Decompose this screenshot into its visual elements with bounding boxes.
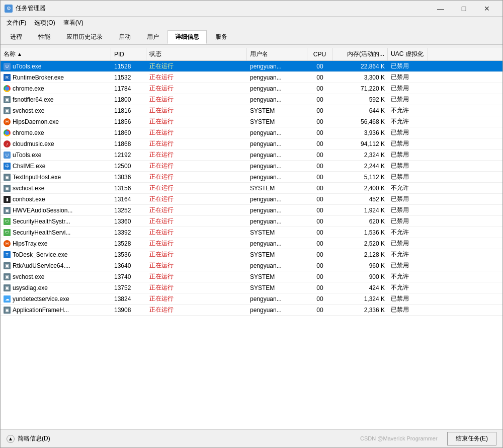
cell-pid-4: 11816: [111, 106, 146, 115]
end-task-button[interactable]: 结束任务(E): [447, 432, 496, 445]
tab-app-history[interactable]: 应用历史记录: [59, 30, 110, 44]
header-name[interactable]: 名称 ▲: [1, 48, 111, 60]
cell-status-14: 正在运行: [146, 216, 247, 227]
tabs-bar: 进程 性能 应用历史记录 启动 用户 详细信息 服务: [1, 29, 502, 45]
menu-options[interactable]: 选项(O): [30, 18, 59, 28]
table-row[interactable]: ▣ ApplicationFrameH... 13908 正在运行 pengyu…: [1, 305, 502, 316]
cell-mem-6: 3,936 K: [332, 128, 388, 137]
header-status[interactable]: 状态: [146, 48, 247, 60]
header-pid[interactable]: PID: [111, 48, 146, 60]
tab-startup[interactable]: 启动: [111, 30, 138, 44]
cell-pid-12: 13164: [111, 195, 146, 204]
table-row[interactable]: T ToDesk_Service.exe 13536 正在运行 SYSTEM 0…: [1, 249, 502, 260]
cell-mem-10: 5,112 K: [332, 173, 388, 182]
cell-user-3: pengyuan...: [247, 95, 307, 104]
cell-uac-21: 已禁用: [388, 293, 428, 304]
cell-pid-21: 13824: [111, 294, 146, 304]
summary-toggle[interactable]: ▲ 简略信息(D): [7, 434, 50, 443]
header-cpu[interactable]: CPU: [307, 48, 332, 60]
table-row[interactable]: H HipsTray.exe 13528 正在运行 pengyuan... 00…: [1, 238, 502, 249]
table-row[interactable]: ▣ usysdiag.exe 13752 正在运行 SYSTEM 00 424 …: [1, 282, 502, 293]
cell-uac-12: 已禁用: [388, 194, 428, 204]
table-row[interactable]: R RuntimeBroker.exe 11532 正在运行 pengyuan.…: [1, 72, 502, 83]
table-row[interactable]: ▣ svchost.exe 13740 正在运行 SYSTEM 00 900 K…: [1, 271, 502, 282]
cell-uac-10: 已禁用: [388, 172, 428, 182]
cell-user-4: SYSTEM: [247, 106, 307, 115]
menu-file[interactable]: 文件(F): [3, 18, 30, 28]
cell-mem-14: 620 K: [332, 217, 388, 226]
table-row[interactable]: ▮ conhost.exe 13164 正在运行 pengyuan... 00 …: [1, 194, 502, 205]
cell-pid-15: 13392: [111, 228, 146, 237]
table-row[interactable]: U uTools.exe 12192 正在运行 pengyuan... 00 2…: [1, 150, 502, 161]
table-row[interactable]: 🛡 SecurityHealthSystr... 13360 正在运行 peng…: [1, 216, 502, 227]
cell-name-13: ▣ HWVEAudioSession...: [1, 206, 111, 215]
cell-pid-0: 11528: [111, 62, 146, 71]
cell-status-10: 正在运行: [146, 172, 247, 182]
process-table: 名称 ▲ PID 状态 用户名 CPU 内存(活动的... UAC 虚拟化: [1, 48, 502, 429]
cell-status-1: 正在运行: [146, 72, 247, 83]
cell-pid-8: 12192: [111, 151, 146, 160]
header-user[interactable]: 用户名: [247, 48, 307, 60]
cell-status-0: 正在运行: [146, 61, 247, 71]
sort-arrow-name: ▲: [17, 51, 22, 57]
tab-performance[interactable]: 性能: [31, 30, 58, 44]
cell-name-0: U uTools.exe: [1, 62, 111, 71]
cell-name-16: H HipsTray.exe: [1, 239, 111, 248]
cell-status-8: 正在运行: [146, 150, 247, 160]
header-memory[interactable]: 内存(活动的...: [332, 48, 388, 60]
tab-users[interactable]: 用户: [139, 30, 166, 44]
tab-details[interactable]: 详细信息: [167, 30, 207, 44]
cell-name-3: ▣ fsnotifier64.exe: [1, 95, 111, 104]
cell-pid-6: 11860: [111, 128, 146, 137]
cell-user-5: SYSTEM: [247, 117, 307, 126]
summary-label[interactable]: 简略信息(D): [18, 434, 50, 443]
cell-name-15: 🛡 SecurityHealthServi...: [1, 228, 111, 237]
table-row[interactable]: ☁ yundetectservice.exe 13824 正在运行 pengyu…: [1, 293, 502, 305]
menu-view[interactable]: 查看(V): [59, 18, 88, 28]
cell-status-6: 正在运行: [146, 127, 247, 138]
cell-uac-14: 已禁用: [388, 216, 428, 227]
tab-services[interactable]: 服务: [208, 30, 235, 44]
cell-user-7: pengyuan...: [247, 139, 307, 148]
maximize-button[interactable]: □: [452, 1, 475, 17]
cell-cpu-21: 00: [307, 294, 332, 304]
table-row[interactable]: ▣ svchost.exe 13156 正在运行 SYSTEM 00 2,400…: [1, 183, 502, 194]
minimize-button[interactable]: —: [429, 1, 452, 17]
table-row[interactable]: 中 ChsIME.exe 12500 正在运行 pengyuan... 00 2…: [1, 161, 502, 172]
cell-status-19: 正在运行: [146, 271, 247, 282]
table-body[interactable]: U uTools.exe 11528 正在运行 pengyuan... 00 2…: [1, 61, 502, 429]
cell-user-16: pengyuan...: [247, 239, 307, 248]
cell-uac-11: 不允许: [388, 183, 428, 193]
status-bar: ▲ 简略信息(D) CSDN @Maverick Programmer 结束任务…: [1, 429, 502, 447]
table-row[interactable]: ▣ fsnotifier64.exe 11800 正在运行 pengyuan..…: [1, 94, 502, 105]
cell-uac-8: 已禁用: [388, 150, 428, 160]
cell-uac-4: 不允许: [388, 105, 428, 116]
table-row[interactable]: ▣ HWVEAudioSession... 13252 正在运行 pengyua…: [1, 205, 502, 216]
table-row[interactable]: U uTools.exe 11528 正在运行 pengyuan... 00 2…: [1, 61, 502, 72]
cell-mem-5: 56,468 K: [332, 117, 388, 126]
cell-mem-0: 22,864 K: [332, 62, 388, 71]
cell-cpu-11: 00: [307, 184, 332, 193]
task-manager-window: ⚙ 任务管理器 — □ ✕ 文件(F) 选项(O) 查看(V) 进程 性能 应用…: [0, 0, 503, 448]
table-row[interactable]: ♪ cloudmusic.exe 11868 正在运行 pengyuan... …: [1, 138, 502, 150]
close-button[interactable]: ✕: [475, 1, 498, 17]
table-row[interactable]: H HipsDaemon.exe 11856 正在运行 SYSTEM 00 56…: [1, 116, 502, 127]
cell-cpu-7: 00: [307, 139, 332, 148]
title-left: ⚙ 任务管理器: [5, 4, 46, 13]
table-header: 名称 ▲ PID 状态 用户名 CPU 内存(活动的... UAC 虚拟化: [1, 48, 502, 61]
cell-status-5: 正在运行: [146, 116, 247, 127]
table-row[interactable]: ▣ TextInputHost.exe 13036 正在运行 pengyuan.…: [1, 172, 502, 183]
table-row[interactable]: chrome.exe 11860 正在运行 pengyuan... 00 3,9…: [1, 127, 502, 138]
cell-uac-18: 已禁用: [388, 260, 428, 271]
cell-user-14: pengyuan...: [247, 217, 307, 226]
cell-name-20: ▣ usysdiag.exe: [1, 283, 111, 292]
tab-processes[interactable]: 进程: [3, 30, 30, 44]
header-uac[interactable]: UAC 虚拟化: [388, 48, 428, 60]
table-row[interactable]: 🛡 SecurityHealthServi... 13392 正在运行 SYST…: [1, 227, 502, 238]
table-row[interactable]: chrome.exe 11784 正在运行 pengyuan... 00 71,…: [1, 83, 502, 94]
cell-cpu-0: 00: [307, 62, 332, 71]
table-row[interactable]: ▣ RtkAudUService64.... 13640 正在运行 pengyu…: [1, 260, 502, 271]
table-row[interactable]: ▣ svchost.exe 11816 正在运行 SYSTEM 00 644 K…: [1, 105, 502, 116]
cell-mem-21: 1,324 K: [332, 294, 388, 304]
cell-mem-17: 2,128 K: [332, 250, 388, 259]
